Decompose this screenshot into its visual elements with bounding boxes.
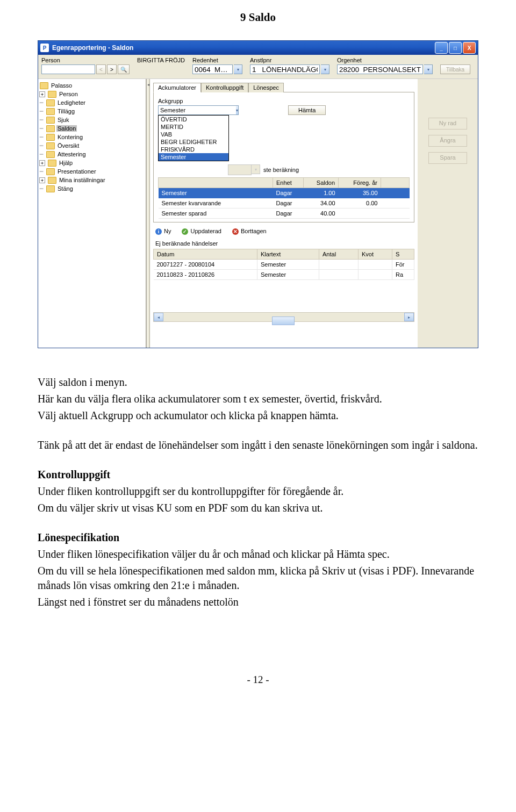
col-header[interactable] [381, 178, 410, 188]
tree-item[interactable]: ⋯Stäng [38, 184, 146, 193]
dropdown-item[interactable]: ÖVERTID [159, 116, 228, 123]
tree-item[interactable]: ⋯Presentationer [38, 167, 146, 176]
col-header[interactable]: Saldon [304, 178, 339, 188]
tree-item[interactable]: ⋯Ledigheter [38, 98, 146, 107]
nav-tree: Palasso +Person ⋯Ledigheter ⋯Tillägg ⋯Sj… [38, 79, 147, 348]
chevron-down-icon[interactable]: ▾ [234, 64, 242, 74]
tree-item[interactable]: ⋯Översikt [38, 141, 146, 150]
hamta-button[interactable]: Hämta [288, 105, 326, 115]
redenhet-label: Redenhet [192, 57, 242, 63]
orgenhet-label: Orgenhet [337, 57, 433, 63]
col-header[interactable]: Kvot [359, 249, 392, 260]
folder-icon [46, 134, 55, 141]
header-toolbar: Person < > 🔍 BIRGITTA FRÖJD Redenhet ▾ [38, 55, 478, 79]
tab-lonespec[interactable]: Lönespec [248, 83, 284, 92]
events-grid: Datum Klartext Antal Kvot S 20071227 - 2… [153, 249, 414, 280]
col-header[interactable]: Antal [319, 249, 359, 260]
anstlpnr-select[interactable] [250, 64, 320, 74]
prev-button[interactable]: < [96, 64, 106, 74]
tree-item[interactable]: ⋯Attestering [38, 150, 146, 159]
tree-item[interactable]: +Mina inställningar [38, 176, 146, 184]
expand-icon[interactable]: + [39, 177, 45, 183]
ackgrupp-select[interactable] [158, 105, 236, 115]
col-header[interactable]: Enhet [273, 178, 304, 188]
orgenhet-select[interactable] [337, 64, 423, 74]
dropdown-item[interactable]: BEGR LEDIGHETER [159, 138, 228, 146]
next-button[interactable]: > [107, 64, 117, 74]
folder-icon [46, 117, 55, 124]
tillbaka-button[interactable]: Tillbaka [440, 64, 470, 74]
doc-heading: 9 Saldo [38, 11, 478, 24]
right-panel: Ny rad Ångra Spara [418, 79, 478, 348]
paragraph: Under fliken lönespecifikation väljer du… [38, 547, 478, 562]
spara-button[interactable]: Spara [428, 152, 467, 164]
folder-icon [46, 108, 55, 115]
expand-icon[interactable]: + [39, 91, 45, 97]
dropdown-item-selected[interactable]: Semester [159, 153, 228, 161]
grid-row[interactable]: Semester Dagar 1.00 35.00 [159, 188, 410, 198]
ny-rad-button[interactable]: Ny rad [428, 118, 467, 130]
info-icon: i [155, 228, 162, 235]
status-legend: iNy ✓Uppdaterad ✕Borttagen [153, 222, 414, 238]
horizontal-scrollbar[interactable]: ◂ ▸ [153, 312, 414, 322]
name-label: BIRGITTA FRÖJD [137, 57, 185, 63]
dropdown-item[interactable]: FRISKVÅRD [159, 146, 228, 153]
tab-strip: Ackumulatorer Kontrolluppgift Lönespec [153, 82, 414, 92]
window-titlebar: P Egenrapportering - Saldon _ □ X [38, 41, 478, 55]
chevron-down-icon[interactable]: ▾ [321, 64, 329, 74]
tree-item[interactable]: ⋯Tillägg [38, 107, 146, 116]
scroll-thumb[interactable] [272, 317, 295, 325]
grid-row[interactable]: Semester sparad Dagar 40.00 [159, 209, 410, 219]
legend-uppdaterad: ✓Uppdaterad [182, 228, 221, 235]
folder-icon [48, 91, 56, 98]
folder-icon [46, 142, 55, 149]
col-header[interactable]: S [392, 249, 414, 260]
folder-icon [46, 168, 55, 175]
grid-row[interactable]: 20071227 - 20080104 Semester För [154, 260, 414, 270]
berakning-fragment: ste beräkning [263, 167, 299, 173]
tab-ackumulatorer[interactable]: Ackumulatorer [153, 83, 201, 92]
paragraph: Om du vill se hela lönespecifikationen m… [38, 564, 478, 593]
col-header[interactable]: Klartext [257, 249, 319, 260]
tree-item-palasso[interactable]: Palasso [38, 81, 146, 90]
tree-item[interactable]: ⋯Sjuk [38, 116, 146, 124]
dropdown-item[interactable]: VAB [159, 131, 228, 138]
anstlpnr-label: Anstlpnr [250, 57, 329, 63]
scroll-left-button[interactable]: ◂ [154, 313, 163, 321]
legend-borttagen: ✕Borttagen [232, 228, 267, 235]
tree-item[interactable]: ⋯Kontering [38, 133, 146, 141]
close-button[interactable]: X [463, 42, 476, 54]
folder-icon [40, 82, 48, 89]
folder-icon [48, 177, 56, 184]
grid-row[interactable]: Semester kvarvarande Dagar 34.00 0.00 [159, 198, 410, 209]
expand-icon[interactable]: + [39, 160, 45, 166]
folder-icon [46, 185, 55, 192]
chevron-down-icon[interactable]: ▾ [424, 64, 433, 74]
person-label: Person [41, 57, 130, 63]
col-header[interactable] [159, 178, 273, 188]
ackumulator-grid: Enhet Saldon Föreg. år Semester Dagar 1.… [158, 177, 410, 219]
x-icon: ✕ [232, 228, 239, 235]
angra-button[interactable]: Ångra [428, 135, 467, 147]
tree-item-saldon[interactable]: ⋯Saldon [38, 124, 146, 133]
search-button[interactable]: 🔍 [118, 64, 130, 74]
col-header[interactable]: Datum [154, 249, 257, 260]
folder-icon [46, 151, 55, 158]
scroll-right-button[interactable]: ▸ [404, 313, 414, 321]
tab-kontrolluppgift[interactable]: Kontrolluppgift [201, 83, 248, 92]
tree-item[interactable]: +Person [38, 90, 146, 98]
col-header[interactable]: Föreg. år [339, 178, 381, 188]
chevron-down-icon[interactable]: ▾ [236, 105, 239, 115]
redenhet-select[interactable] [192, 64, 233, 74]
disabled-select: ▾ [228, 164, 260, 175]
dropdown-item[interactable]: MERTID [159, 123, 228, 131]
tree-item[interactable]: +Hjälp [38, 159, 146, 167]
person-input[interactable] [41, 64, 95, 74]
minimize-button[interactable]: _ [435, 42, 448, 54]
app-screenshot: P Egenrapportering - Saldon _ □ X Person… [38, 40, 478, 348]
paragraph: Tänk på att det är endast de lönehändels… [38, 438, 478, 452]
grid-row[interactable]: 20110823 - 20110826 Semester Ra [154, 270, 414, 280]
app-icon: P [40, 44, 49, 52]
maximize-button[interactable]: □ [449, 42, 462, 54]
check-icon: ✓ [182, 228, 188, 235]
